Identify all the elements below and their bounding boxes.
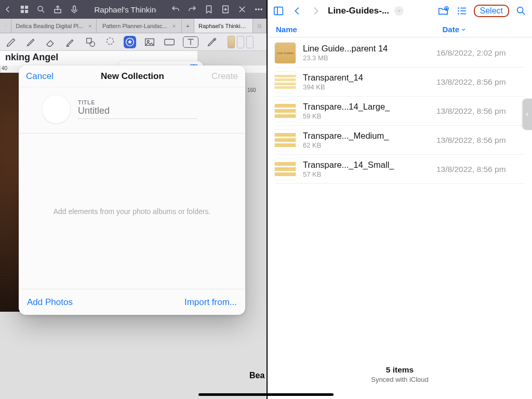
- item-count: 5 items: [268, 365, 532, 375]
- collection-title-input[interactable]: [78, 105, 182, 116]
- close-icon[interactable]: [237, 5, 247, 14]
- svg-point-10: [261, 9, 262, 10]
- file-row[interactable]: Line Guides Line Guide...parent 1423.3 M…: [275, 38, 525, 68]
- pen-fountain-icon[interactable]: [5, 36, 18, 48]
- svg-point-20: [214, 38, 216, 40]
- files-app-pane: Line-Guides-... Select Name Date Line Gu…: [268, 0, 532, 399]
- highlighter-icon[interactable]: [64, 36, 77, 48]
- tab-close-icon[interactable]: ×: [88, 23, 91, 29]
- collection-thumbnail-placeholder[interactable]: [42, 95, 71, 124]
- image-icon[interactable]: [143, 36, 156, 48]
- tab-2[interactable]: Pattern Planner-Landsc...×: [97, 19, 182, 33]
- svg-point-4: [38, 6, 43, 11]
- share-icon[interactable]: [53, 5, 62, 14]
- modal-footer: Add Photos Import from...: [19, 289, 245, 315]
- file-thumbnail: [275, 72, 296, 92]
- ruler-tick: 40: [0, 65, 21, 73]
- files-toolbar: Line-Guides-... Select: [268, 0, 532, 22]
- undo-icon[interactable]: [171, 5, 180, 14]
- file-date: 13/8/2022, 8:56 pm: [436, 165, 525, 174]
- left-app-pane: Raphael's Thinking... Delica Beading Dig…: [0, 0, 267, 399]
- new-folder-icon[interactable]: [436, 4, 450, 18]
- svg-rect-1: [25, 6, 28, 8]
- file-date: 13/8/2022, 8:56 pm: [436, 136, 525, 145]
- file-size: 59 KB: [303, 112, 436, 120]
- ruler-tick-160: 160: [247, 87, 256, 93]
- svg-point-9: [258, 9, 260, 10]
- search-icon[interactable]: [514, 4, 528, 18]
- svg-point-27: [458, 13, 459, 15]
- redo-icon[interactable]: [188, 5, 197, 14]
- file-row[interactable]: Transpare...14_Large_59 KB 13/8/2022, 8:…: [275, 97, 525, 126]
- svg-point-14: [90, 42, 95, 46]
- template-chip-3[interactable]: [246, 36, 254, 48]
- svg-point-28: [517, 7, 523, 13]
- bookmark-icon[interactable]: [204, 5, 214, 14]
- file-row[interactable]: Transparent_14394 KB 13/8/2022, 8:56 pm: [275, 68, 525, 97]
- file-row[interactable]: Transpare..._14_Small_57 KB 13/8/2022, 8…: [275, 155, 525, 184]
- left-main-toolbar: Raphael's Thinking...: [0, 0, 267, 19]
- lasso-icon[interactable]: [104, 36, 116, 48]
- laser-icon[interactable]: [206, 36, 218, 48]
- new-collection-modal: Cancel New Collection Create TITLE Add e…: [19, 65, 245, 315]
- tab-add[interactable]: +: [182, 19, 194, 33]
- eraser-icon[interactable]: [45, 36, 57, 48]
- file-row[interactable]: Transpare..._Medium_62 KB 13/8/2022, 8:5…: [275, 126, 525, 155]
- add-page-icon[interactable]: [221, 5, 230, 14]
- add-photos-button[interactable]: Add Photos: [27, 297, 73, 308]
- list-view-icon[interactable]: [455, 4, 469, 18]
- svg-rect-2: [21, 10, 23, 13]
- svg-rect-23: [274, 7, 283, 15]
- svg-rect-3: [25, 10, 28, 13]
- select-button[interactable]: Select: [476, 5, 507, 16]
- file-name: Transpare..._Medium_: [303, 131, 436, 141]
- column-date[interactable]: Date: [442, 25, 467, 34]
- mic-icon[interactable]: [70, 5, 79, 14]
- chevron-down-icon: [460, 26, 467, 33]
- files-column-header: Name Date: [268, 22, 532, 37]
- create-button[interactable]: Create: [211, 71, 238, 82]
- sidebar-toggle-icon[interactable]: [272, 4, 285, 18]
- cancel-button[interactable]: Cancel: [26, 71, 54, 82]
- nav-back-icon[interactable]: [290, 4, 304, 18]
- column-name[interactable]: Name: [276, 25, 297, 34]
- elements-icon[interactable]: [124, 36, 136, 48]
- file-date: 13/8/2022, 8:56 pm: [436, 77, 525, 87]
- tab-expand[interactable]: [0, 19, 11, 33]
- shape-icon[interactable]: [84, 36, 97, 48]
- template-chip-1[interactable]: [228, 36, 235, 48]
- pen-ball-icon[interactable]: [25, 36, 37, 48]
- file-date: 16/8/2022, 2:02 pm: [436, 48, 525, 58]
- grid-icon[interactable]: [20, 5, 29, 14]
- files-list[interactable]: Line Guides Line Guide...parent 1423.3 M…: [268, 37, 532, 360]
- sync-status: Synced with iCloud: [268, 376, 532, 383]
- search-icon[interactable]: [36, 5, 46, 14]
- drawing-toolbar: [0, 33, 267, 51]
- modal-body: Add elements from your photo albums or f…: [19, 134, 245, 289]
- home-indicator[interactable]: [198, 393, 334, 396]
- keyboard-icon[interactable]: [163, 36, 176, 48]
- tab-close-icon[interactable]: ×: [172, 23, 176, 29]
- template-chip-2[interactable]: [237, 36, 244, 48]
- document-title-dropdown[interactable]: Raphael's Thinking...: [94, 5, 156, 14]
- folder-title[interactable]: Line-Guides-...: [328, 6, 389, 16]
- back-icon[interactable]: [3, 5, 12, 14]
- file-thumbnail: Line Guides: [275, 43, 296, 63]
- file-size: 394 KB: [303, 83, 436, 91]
- tab-3-active[interactable]: Raphael's Thinking...: [194, 19, 253, 33]
- file-size: 57 KB: [303, 170, 436, 178]
- page-template-chips[interactable]: [228, 36, 254, 48]
- text-box-icon[interactable]: [183, 36, 198, 48]
- more-icon[interactable]: [254, 5, 263, 14]
- modal-title: New Collection: [101, 71, 164, 82]
- tab-overflow[interactable]: [253, 19, 267, 33]
- file-name: Line Guide...parent 14: [303, 44, 436, 54]
- slide-over-grabber[interactable]: [523, 99, 532, 130]
- file-thumbnail: [275, 101, 296, 122]
- modal-header: Cancel New Collection Create: [19, 65, 245, 87]
- import-from-button[interactable]: Import from...: [184, 297, 237, 308]
- folder-menu-icon[interactable]: [394, 6, 404, 16]
- document-title-text: Raphael's Thinking...: [94, 5, 156, 14]
- svg-rect-12: [259, 25, 261, 28]
- tab-1[interactable]: Delica Beading Digital Pl...×: [11, 19, 97, 33]
